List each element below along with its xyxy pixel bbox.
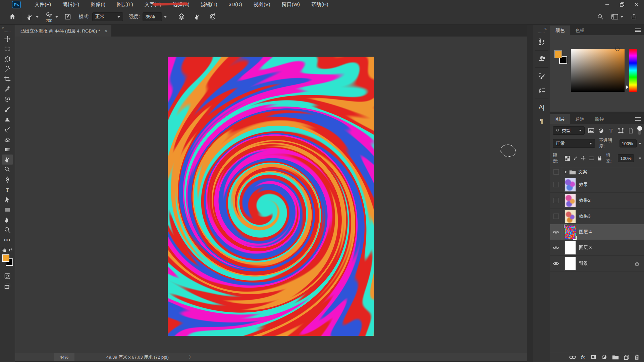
lock-artboard-icon[interactable] <box>589 156 594 161</box>
chevron-down-icon[interactable] <box>639 158 641 159</box>
delete-layer-icon[interactable] <box>634 354 639 360</box>
layer-row-group[interactable]: 文案 <box>550 167 644 177</box>
menu-edit[interactable]: 编辑(E) <box>57 0 85 9</box>
history-panel-icon[interactable] <box>535 36 548 48</box>
dodge-tool[interactable] <box>2 165 13 175</box>
tab-channels[interactable]: 通道 <box>570 114 590 124</box>
lock-transparency-icon[interactable] <box>565 156 570 161</box>
path-select-tool[interactable] <box>2 195 13 205</box>
tab-paths[interactable]: 路径 <box>590 114 609 124</box>
menu-file[interactable]: 文件(F) <box>29 0 57 9</box>
brush-tool[interactable] <box>2 104 13 114</box>
eraser-tool[interactable] <box>2 134 13 144</box>
crop-tool[interactable] <box>2 74 13 84</box>
hue-slider[interactable] <box>629 49 637 92</box>
panel-menu-icon[interactable] <box>635 28 641 33</box>
chevron-down-icon[interactable] <box>164 16 167 18</box>
smudge-tool-preset-icon[interactable] <box>24 11 40 22</box>
layer-mask-icon[interactable] <box>590 355 596 360</box>
brush-settings-toggle-icon[interactable] <box>63 12 73 22</box>
filter-image-icon[interactable] <box>588 128 595 133</box>
layer-row[interactable]: 图层 3 <box>550 240 644 256</box>
zoom-level-field[interactable]: 44% <box>54 353 74 361</box>
vertical-scrollbar[interactable] <box>527 25 533 362</box>
layer-blend-mode-select[interactable]: 正常 <box>553 139 595 148</box>
magic-wand-tool[interactable] <box>2 64 13 74</box>
menu-layer[interactable]: 图层(L) <box>111 0 139 9</box>
screen-mode-icon[interactable] <box>2 281 13 291</box>
clone-stamp-tool[interactable] <box>2 114 13 124</box>
search-icon[interactable] <box>596 12 605 21</box>
foreground-color-swatch[interactable] <box>2 254 9 262</box>
chevron-down-icon[interactable] <box>639 143 641 144</box>
minimize-button[interactable] <box>600 0 614 9</box>
photoshop-logo-icon[interactable]: Ps <box>12 1 21 8</box>
smudge-finger-icon[interactable] <box>192 12 202 22</box>
menu-window[interactable]: 窗口(W) <box>276 0 306 9</box>
more-tools-icon[interactable]: ••• <box>2 235 13 245</box>
lock-all-icon[interactable] <box>597 156 602 161</box>
workspace-switcher-icon[interactable] <box>610 12 625 21</box>
layer-filter-select[interactable]: 类型 <box>553 126 585 135</box>
filter-toggle-switch[interactable] <box>638 127 641 135</box>
tab-color[interactable]: 颜色 <box>550 25 570 35</box>
3d-panel-icon[interactable] <box>535 53 548 65</box>
visibility-toggle[interactable] <box>550 240 562 255</box>
filter-type-icon[interactable]: T <box>607 128 614 134</box>
visibility-toggle[interactable] <box>550 208 562 224</box>
visibility-toggle[interactable] <box>550 224 562 240</box>
opacity-field[interactable]: 100% <box>620 139 637 147</box>
paragraph-panel-icon[interactable]: ¶ <box>535 115 548 127</box>
swap-colors-icon[interactable] <box>8 248 13 252</box>
tab-layers[interactable]: 图层 <box>550 114 570 124</box>
visibility-toggle[interactable] <box>550 256 562 271</box>
layer-row[interactable]: 效果 <box>550 177 644 193</box>
brush-preset-picker[interactable]: 200 <box>45 11 53 23</box>
share-icon[interactable] <box>629 12 639 21</box>
filter-adjustment-icon[interactable] <box>597 128 604 134</box>
marquee-tool[interactable] <box>2 44 13 54</box>
filter-smart-object-icon[interactable] <box>628 128 635 134</box>
gripper-handle[interactable]: ▪▪▪▪▪▪ <box>4 31 11 33</box>
layer-row-selected[interactable]: 图层 4 <box>550 224 644 240</box>
lock-pixels-icon[interactable] <box>573 156 578 161</box>
color-picker-ring[interactable] <box>615 47 620 51</box>
layer-row[interactable]: 效果3 <box>550 208 644 224</box>
new-group-icon[interactable] <box>612 355 619 360</box>
hand-tool[interactable] <box>2 215 13 225</box>
history-brush-tool[interactable] <box>2 124 13 134</box>
restore-button[interactable] <box>614 0 629 9</box>
collapse-panels-icon[interactable]: « <box>541 25 550 32</box>
layer-effects-icon[interactable]: fx <box>581 354 585 360</box>
tab-swatches[interactable]: 色板 <box>570 25 590 35</box>
character-panel-icon[interactable]: A| <box>535 101 548 113</box>
status-options-chevron[interactable]: 〉 <box>189 354 194 360</box>
foreground-color-swatch[interactable] <box>554 50 562 58</box>
healing-brush-tool[interactable] <box>2 94 13 104</box>
canvas-pasteboard[interactable] <box>15 37 527 353</box>
finger-painting-icon[interactable] <box>208 12 218 22</box>
close-button[interactable] <box>629 0 644 9</box>
lock-position-icon[interactable] <box>581 156 586 161</box>
home-icon[interactable] <box>7 12 17 22</box>
blend-mode-select[interactable]: 正常 <box>92 12 123 21</box>
chevron-down-icon[interactable] <box>55 16 58 18</box>
close-tab-icon[interactable]: × <box>105 28 107 34</box>
layer-row[interactable]: 效果2 <box>550 193 644 208</box>
quick-mask-icon[interactable] <box>2 271 13 281</box>
layer-thumbnail[interactable] <box>565 257 576 270</box>
saturation-brightness-field[interactable] <box>571 49 625 92</box>
expand-panel-icon[interactable]: » <box>0 25 6 31</box>
layer-thumbnail[interactable] <box>565 178 576 191</box>
visibility-toggle[interactable] <box>550 193 562 208</box>
gripper-handle[interactable]: ▪▪▪▪▪▪ <box>538 32 545 34</box>
visibility-toggle[interactable] <box>550 167 562 177</box>
new-layer-icon[interactable] <box>624 355 629 360</box>
brushes-panel-icon[interactable] <box>535 84 548 96</box>
default-colors-icon[interactable] <box>2 248 6 252</box>
menu-help[interactable]: 帮助(H) <box>306 0 334 9</box>
panel-menu-icon[interactable] <box>635 117 641 121</box>
sample-all-layers-icon[interactable] <box>176 11 187 22</box>
layer-thumbnail[interactable] <box>565 241 576 254</box>
document-tab[interactable]: 凸出立体海报 @ 44% (图层 4, RGB/8) * × <box>15 25 111 37</box>
